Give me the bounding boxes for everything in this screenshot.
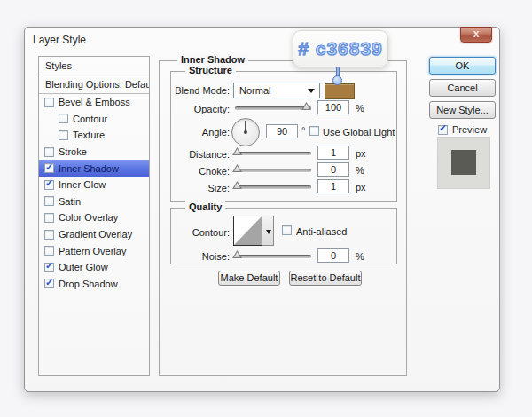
sidebar-item-gradient-overlay[interactable]: Gradient Overlay — [39, 226, 149, 243]
sidebar-item-bevel-emboss[interactable]: Bevel & Emboss — [39, 94, 149, 111]
sidebar-item-label: Outer Glow — [59, 262, 108, 272]
checkbox[interactable] — [44, 196, 54, 206]
preview-thumbnail — [437, 137, 490, 189]
opacity-label: Opacity: — [171, 104, 230, 114]
sidebar-item-inner-shadow[interactable]: Inner Shadow — [39, 160, 149, 177]
size-unit: px — [356, 182, 366, 193]
checkbox[interactable] — [44, 147, 54, 157]
layer-style-dialog: Layer Style x StylesBlending Options: De… — [24, 27, 500, 392]
checkbox[interactable] — [44, 98, 54, 107]
blend-mode-value: Normal — [239, 85, 270, 96]
sidebar-item-label: Bevel & Emboss — [59, 97, 130, 107]
noise-input[interactable]: 0 — [317, 248, 349, 263]
checkbox[interactable] — [59, 114, 68, 123]
angle-label: Angle: — [171, 127, 230, 138]
checkbox[interactable] — [44, 263, 54, 272]
sidebar-item-stroke[interactable]: Stroke — [39, 144, 149, 161]
blend-mode-label: Blend Mode: — [171, 85, 230, 96]
panel-legend: Inner Shadow — [177, 54, 248, 65]
shadow-color-swatch[interactable] — [325, 83, 355, 99]
sidebar-item-label: Drop Shadow — [59, 279, 118, 289]
checkbox[interactable] — [44, 213, 54, 223]
make-default-button[interactable]: Make Default — [218, 271, 280, 286]
choke-unit: % — [356, 165, 364, 176]
sidebar-item-label: Stroke — [59, 146, 87, 157]
sidebar-item-label: Pattern Overlay — [59, 246, 126, 256]
size-label: Size: — [171, 183, 230, 193]
dropdown-arrow-icon — [266, 230, 271, 234]
sidebar-item-outer-glow[interactable]: Outer Glow — [39, 259, 149, 276]
reset-to-default-button[interactable]: Reset to Default — [289, 271, 362, 286]
sidebar-item-inner-glow[interactable]: Inner Glow — [39, 177, 149, 193]
sidebar-item-label: Texture — [73, 130, 105, 140]
callout-pin-ball-icon — [332, 75, 342, 85]
anti-aliased-label: Anti-aliased — [296, 226, 347, 237]
checkbox[interactable] — [44, 163, 54, 173]
sidebar-item-color-overlay[interactable]: Color Overlay — [39, 209, 149, 226]
sidebar-item-label: Inner Shadow — [59, 163, 119, 174]
sidebar-item-label: Blending Options: Default — [45, 79, 150, 90]
distance-slider[interactable] — [235, 152, 311, 155]
checkbox[interactable] — [44, 180, 54, 190]
quality-legend: Quality — [185, 201, 225, 212]
choke-input[interactable]: 0 — [317, 162, 349, 177]
angle-input[interactable]: 90 — [266, 124, 298, 138]
sidebar-item-styles[interactable]: Styles — [39, 57, 149, 75]
size-input[interactable]: 1 — [317, 179, 349, 193]
preview-option: Preview — [438, 124, 487, 135]
anti-aliased-checkbox[interactable] — [282, 225, 292, 235]
color-callout-text: # c36839 — [293, 31, 387, 67]
noise-unit: % — [356, 251, 364, 262]
contour-dropdown-button[interactable] — [262, 216, 274, 246]
distance-label: Distance: — [171, 149, 230, 160]
sidebar-item-blending-options-default[interactable]: Blending Options: Default — [39, 75, 149, 94]
checkbox[interactable] — [44, 279, 54, 288]
checkbox[interactable] — [44, 246, 54, 256]
ok-button[interactable]: OK — [429, 57, 496, 75]
structure-group: Structure Blend Mode: Normal Opacity: 10… — [170, 71, 397, 202]
inner-shadow-panel: Inner Shadow Structure Blend Mode: Norma… — [159, 60, 407, 376]
checkbox[interactable] — [59, 130, 68, 140]
angle-hub-icon — [244, 130, 247, 134]
noise-slider[interactable] — [235, 255, 311, 258]
dialog-title: Layer Style — [33, 34, 86, 46]
sidebar-item-drop-shadow[interactable]: Drop Shadow — [39, 276, 149, 293]
preview-checkbox[interactable] — [438, 125, 448, 135]
close-button[interactable]: x — [460, 27, 492, 43]
new-style-button[interactable]: New Style... — [429, 101, 496, 119]
size-slider[interactable] — [235, 185, 311, 189]
close-x-icon: x — [473, 28, 480, 40]
sidebar-item-label: Gradient Overlay — [59, 229, 132, 240]
choke-slider[interactable] — [235, 169, 311, 172]
opacity-slider[interactable] — [235, 106, 311, 110]
dropdown-arrow-icon — [308, 89, 315, 93]
opacity-input[interactable]: 100 — [317, 100, 349, 114]
color-callout-bubble: # c36839 — [293, 30, 388, 67]
opacity-unit: % — [356, 103, 364, 114]
distance-input[interactable]: 1 — [317, 146, 349, 160]
sidebar-item-contour[interactable]: Contour — [39, 111, 149, 128]
cancel-button[interactable]: Cancel — [429, 79, 496, 97]
sidebar-item-label: Styles — [45, 60, 72, 71]
sidebar-item-label: Contour — [73, 114, 107, 124]
angle-unit: ° — [301, 125, 305, 136]
contour-thumbnail-icon — [233, 216, 262, 246]
angle-dial[interactable] — [231, 118, 260, 146]
choke-label: Choke: — [171, 166, 230, 177]
sidebar-item-pattern-overlay[interactable]: Pattern Overlay — [39, 242, 149, 259]
contour-picker[interactable] — [233, 216, 274, 246]
blend-mode-select[interactable]: Normal — [233, 83, 320, 98]
sidebar-item-label: Satin — [59, 196, 81, 207]
checkbox[interactable] — [44, 230, 54, 240]
sidebar-item-texture[interactable]: Texture — [39, 127, 149, 144]
quality-group: Quality Contour: Anti-aliased Noise: 0 % — [170, 208, 397, 264]
styles-sidebar: StylesBlending Options: DefaultBevel & E… — [38, 56, 150, 376]
noise-label: Noise: — [171, 251, 230, 262]
use-global-light-checkbox[interactable] — [309, 126, 319, 136]
sidebar-item-label: Inner Glow — [59, 179, 106, 190]
sidebar-item-satin[interactable]: Satin — [39, 193, 149, 210]
contour-label: Contour: — [171, 227, 230, 238]
use-global-light-label: Use Global Light — [323, 127, 395, 138]
structure-legend: Structure — [185, 65, 236, 75]
sidebar-item-label: Color Overlay — [59, 212, 118, 223]
